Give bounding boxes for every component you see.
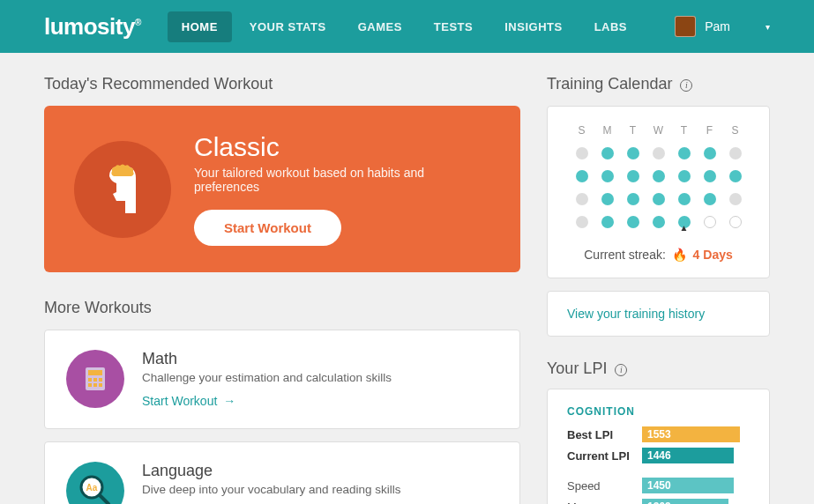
calendar-day xyxy=(729,170,742,182)
lpi-bar: 1553 xyxy=(642,426,750,442)
top-nav: lumosity® HOMEYOUR STATSGAMESTESTSINSIGH… xyxy=(0,0,814,53)
view-history-link[interactable]: View your training history xyxy=(567,307,705,321)
calendar-day xyxy=(601,216,614,228)
history-link-card: View your training history xyxy=(547,291,770,337)
calendar-day xyxy=(601,193,614,205)
calendar-day xyxy=(576,170,588,182)
calendar-dot-done xyxy=(704,170,716,182)
lpi-value: 1450 xyxy=(642,478,734,493)
day-header: S xyxy=(578,124,585,137)
calendar-day xyxy=(627,216,639,228)
calendar-day xyxy=(729,147,742,159)
calendar-dot-done xyxy=(678,170,691,182)
calendar-dot-done xyxy=(627,193,639,205)
workout-subtitle: Your tailored workout based on habits an… xyxy=(194,166,490,194)
workout-card-language: AaLanguageDive deep into your vocabulary… xyxy=(44,441,520,504)
lpi-row-speed: Speed1450 xyxy=(567,478,750,493)
day-header: S xyxy=(731,124,738,137)
avatar xyxy=(675,16,696,37)
calendar-dot-done xyxy=(601,170,614,182)
calendar-day xyxy=(678,193,691,205)
nav-item-tests[interactable]: TESTS xyxy=(420,11,487,42)
calendar-day xyxy=(729,216,742,228)
svg-rect-5 xyxy=(88,383,92,387)
calendar-dot-done xyxy=(627,170,639,182)
magnifier-icon: Aa xyxy=(66,462,124,504)
lpi-name: Speed xyxy=(567,479,633,493)
nav-item-your-stats[interactable]: YOUR STATS xyxy=(235,11,340,42)
calendar-dot-done xyxy=(653,170,665,182)
calendar-day xyxy=(576,193,588,205)
calendar-dot-missed xyxy=(653,147,665,159)
info-icon[interactable]: i xyxy=(615,364,627,376)
calendar-day: ▲ xyxy=(678,216,691,228)
lpi-row-memory: Memory1369 xyxy=(567,499,750,504)
calendar-day xyxy=(653,147,665,159)
calendar-day xyxy=(704,170,716,182)
lpi-value: 1446 xyxy=(642,448,734,463)
nav-item-labs[interactable]: LABS xyxy=(580,11,641,42)
nav-item-home[interactable]: HOME xyxy=(168,11,232,42)
more-workouts-heading: More Workouts xyxy=(44,299,520,317)
flame-icon: 🔥 xyxy=(672,248,687,262)
lpi-row-current-lpi: Current LPI1446 xyxy=(567,448,750,463)
day-header: T xyxy=(630,124,636,137)
lpi-card: COGNITION Best LPI1553Current LPI1446Spe… xyxy=(547,389,770,504)
calendar-day xyxy=(627,147,639,159)
lpi-name: Best LPI xyxy=(567,428,633,441)
day-header: T xyxy=(681,124,687,137)
start-workout-link[interactable]: Start Workout → xyxy=(142,394,235,408)
calendar-day xyxy=(704,147,716,159)
calendar-dot-done xyxy=(601,147,614,159)
calendar-dot-done xyxy=(678,147,691,159)
lpi-bar: 1369 xyxy=(642,499,750,504)
calendar-dot-done xyxy=(678,193,691,205)
nav-item-games[interactable]: GAMES xyxy=(344,11,416,42)
lpi-heading: Your LPI i xyxy=(547,359,770,378)
calendar-day xyxy=(627,193,639,205)
calendar-dot-done xyxy=(729,170,742,182)
lpi-bar: 1446 xyxy=(642,448,750,463)
calendar-day xyxy=(678,147,691,159)
svg-text:Aa: Aa xyxy=(86,483,98,493)
calendar-day xyxy=(704,193,716,205)
calendar-day xyxy=(729,193,742,205)
svg-rect-7 xyxy=(99,383,102,387)
start-workout-button[interactable]: Start Workout xyxy=(194,210,341,246)
calendar-day xyxy=(576,216,588,228)
lpi-value: 1553 xyxy=(642,426,740,442)
svg-rect-4 xyxy=(99,378,102,382)
lpi-row-best-lpi: Best LPI1553 xyxy=(567,426,750,442)
workout-desc: Dive deep into your vocabulary and readi… xyxy=(142,483,400,496)
calendar-day xyxy=(601,147,614,159)
calendar-day xyxy=(601,170,614,182)
calendar-dot-done xyxy=(576,170,588,182)
workout-title: Math xyxy=(142,350,392,368)
day-header: W xyxy=(653,124,663,137)
logo[interactable]: lumosity® xyxy=(44,13,141,41)
workout-title: Language xyxy=(142,462,400,480)
workout-card-math: MathChallenge your estimation and calcul… xyxy=(44,330,520,429)
calendar-dot-done xyxy=(704,193,716,205)
nav-item-insights[interactable]: INSIGHTS xyxy=(490,11,576,42)
workout-desc: Challenge your estimation and calculatio… xyxy=(142,371,392,384)
svg-line-11 xyxy=(100,495,108,504)
user-menu[interactable]: Pam ▾ xyxy=(675,16,770,37)
calendar-dot-missed xyxy=(729,147,742,159)
calendar-dot-future xyxy=(704,216,716,228)
arrow-right-icon: → xyxy=(223,394,235,408)
brain-icon xyxy=(74,141,171,238)
calendar-dot-done xyxy=(627,147,639,159)
calendar-dot-done xyxy=(653,216,665,228)
calendar-dot-missed xyxy=(576,193,588,205)
recommended-workout-card: Classic Your tailored workout based on h… xyxy=(44,106,520,272)
calendar-day xyxy=(627,170,639,182)
svg-rect-3 xyxy=(93,378,97,382)
svg-rect-6 xyxy=(93,383,97,387)
info-icon[interactable]: i xyxy=(680,79,692,92)
calendar-dot-missed xyxy=(576,216,588,228)
calendar-dot-future xyxy=(729,216,742,228)
workout-title: Classic xyxy=(194,132,490,162)
lpi-bar: 1450 xyxy=(642,478,750,493)
svg-rect-1 xyxy=(88,370,102,375)
